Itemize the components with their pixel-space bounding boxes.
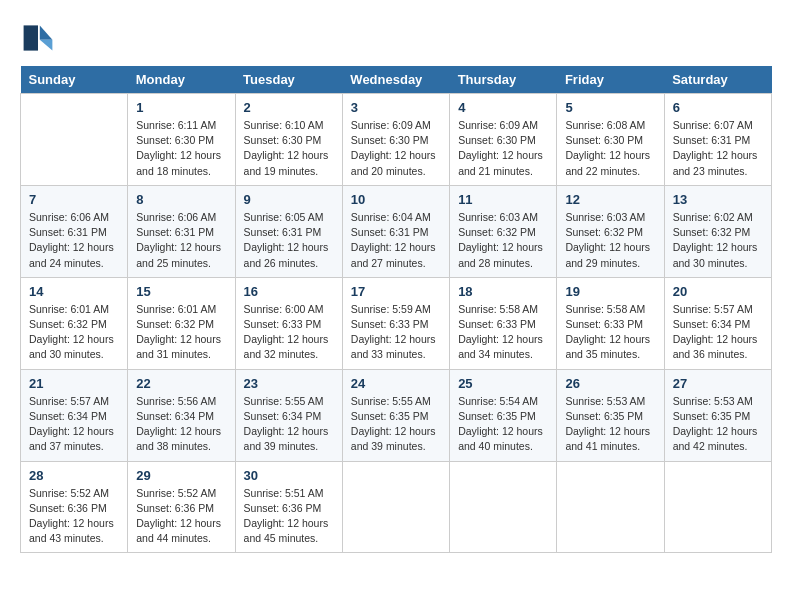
calendar-cell: 16Sunrise: 6:00 AMSunset: 6:33 PMDayligh… [235,277,342,369]
day-number: 5 [565,100,655,115]
day-number: 11 [458,192,548,207]
day-number: 22 [136,376,226,391]
day-number: 24 [351,376,441,391]
day-number: 2 [244,100,334,115]
day-number: 18 [458,284,548,299]
calendar-week-row: 1Sunrise: 6:11 AMSunset: 6:30 PMDaylight… [21,94,772,186]
day-info: Sunrise: 6:01 AMSunset: 6:32 PMDaylight:… [29,302,119,363]
day-info: Sunrise: 6:00 AMSunset: 6:33 PMDaylight:… [244,302,334,363]
day-info: Sunrise: 6:06 AMSunset: 6:31 PMDaylight:… [29,210,119,271]
calendar-cell [21,94,128,186]
header-friday: Friday [557,66,664,94]
calendar-cell: 12Sunrise: 6:03 AMSunset: 6:32 PMDayligh… [557,185,664,277]
day-number: 7 [29,192,119,207]
day-info: Sunrise: 6:03 AMSunset: 6:32 PMDaylight:… [565,210,655,271]
day-number: 10 [351,192,441,207]
day-number: 20 [673,284,763,299]
day-info: Sunrise: 5:53 AMSunset: 6:35 PMDaylight:… [565,394,655,455]
day-info: Sunrise: 6:09 AMSunset: 6:30 PMDaylight:… [351,118,441,179]
calendar-cell: 7Sunrise: 6:06 AMSunset: 6:31 PMDaylight… [21,185,128,277]
calendar-table: SundayMondayTuesdayWednesdayThursdayFrid… [20,66,772,553]
day-info: Sunrise: 5:58 AMSunset: 6:33 PMDaylight:… [458,302,548,363]
day-number: 27 [673,376,763,391]
logo-icon [20,20,56,56]
calendar-cell: 26Sunrise: 5:53 AMSunset: 6:35 PMDayligh… [557,369,664,461]
day-info: Sunrise: 6:01 AMSunset: 6:32 PMDaylight:… [136,302,226,363]
day-info: Sunrise: 5:52 AMSunset: 6:36 PMDaylight:… [136,486,226,547]
day-info: Sunrise: 5:55 AMSunset: 6:34 PMDaylight:… [244,394,334,455]
calendar-cell: 3Sunrise: 6:09 AMSunset: 6:30 PMDaylight… [342,94,449,186]
calendar-cell: 21Sunrise: 5:57 AMSunset: 6:34 PMDayligh… [21,369,128,461]
day-info: Sunrise: 5:58 AMSunset: 6:33 PMDaylight:… [565,302,655,363]
day-info: Sunrise: 5:59 AMSunset: 6:33 PMDaylight:… [351,302,441,363]
header-sunday: Sunday [21,66,128,94]
page-header [20,20,772,56]
header-saturday: Saturday [664,66,771,94]
calendar-cell: 14Sunrise: 6:01 AMSunset: 6:32 PMDayligh… [21,277,128,369]
header-thursday: Thursday [450,66,557,94]
day-info: Sunrise: 5:53 AMSunset: 6:35 PMDaylight:… [673,394,763,455]
day-number: 9 [244,192,334,207]
day-number: 1 [136,100,226,115]
calendar-cell: 1Sunrise: 6:11 AMSunset: 6:30 PMDaylight… [128,94,235,186]
calendar-cell: 19Sunrise: 5:58 AMSunset: 6:33 PMDayligh… [557,277,664,369]
day-number: 13 [673,192,763,207]
day-info: Sunrise: 6:07 AMSunset: 6:31 PMDaylight:… [673,118,763,179]
calendar-cell: 15Sunrise: 6:01 AMSunset: 6:32 PMDayligh… [128,277,235,369]
calendar-cell: 6Sunrise: 6:07 AMSunset: 6:31 PMDaylight… [664,94,771,186]
day-info: Sunrise: 6:05 AMSunset: 6:31 PMDaylight:… [244,210,334,271]
calendar-cell: 13Sunrise: 6:02 AMSunset: 6:32 PMDayligh… [664,185,771,277]
calendar-cell: 10Sunrise: 6:04 AMSunset: 6:31 PMDayligh… [342,185,449,277]
header-wednesday: Wednesday [342,66,449,94]
calendar-cell: 23Sunrise: 5:55 AMSunset: 6:34 PMDayligh… [235,369,342,461]
day-number: 30 [244,468,334,483]
day-number: 4 [458,100,548,115]
day-info: Sunrise: 5:57 AMSunset: 6:34 PMDaylight:… [29,394,119,455]
calendar-cell: 22Sunrise: 5:56 AMSunset: 6:34 PMDayligh… [128,369,235,461]
calendar-week-row: 21Sunrise: 5:57 AMSunset: 6:34 PMDayligh… [21,369,772,461]
calendar-cell: 4Sunrise: 6:09 AMSunset: 6:30 PMDaylight… [450,94,557,186]
day-number: 6 [673,100,763,115]
day-number: 8 [136,192,226,207]
calendar-cell: 18Sunrise: 5:58 AMSunset: 6:33 PMDayligh… [450,277,557,369]
day-info: Sunrise: 6:09 AMSunset: 6:30 PMDaylight:… [458,118,548,179]
calendar-cell: 11Sunrise: 6:03 AMSunset: 6:32 PMDayligh… [450,185,557,277]
calendar-cell: 9Sunrise: 6:05 AMSunset: 6:31 PMDaylight… [235,185,342,277]
day-info: Sunrise: 5:51 AMSunset: 6:36 PMDaylight:… [244,486,334,547]
logo [20,20,60,56]
day-number: 25 [458,376,548,391]
calendar-cell: 30Sunrise: 5:51 AMSunset: 6:36 PMDayligh… [235,461,342,553]
day-number: 14 [29,284,119,299]
day-info: Sunrise: 5:57 AMSunset: 6:34 PMDaylight:… [673,302,763,363]
calendar-cell [342,461,449,553]
day-info: Sunrise: 6:02 AMSunset: 6:32 PMDaylight:… [673,210,763,271]
day-info: Sunrise: 5:56 AMSunset: 6:34 PMDaylight:… [136,394,226,455]
day-info: Sunrise: 5:55 AMSunset: 6:35 PMDaylight:… [351,394,441,455]
calendar-cell: 5Sunrise: 6:08 AMSunset: 6:30 PMDaylight… [557,94,664,186]
calendar-header-row: SundayMondayTuesdayWednesdayThursdayFrid… [21,66,772,94]
day-number: 29 [136,468,226,483]
day-number: 12 [565,192,655,207]
day-info: Sunrise: 6:10 AMSunset: 6:30 PMDaylight:… [244,118,334,179]
day-info: Sunrise: 5:54 AMSunset: 6:35 PMDaylight:… [458,394,548,455]
day-info: Sunrise: 6:03 AMSunset: 6:32 PMDaylight:… [458,210,548,271]
calendar-cell: 2Sunrise: 6:10 AMSunset: 6:30 PMDaylight… [235,94,342,186]
day-number: 17 [351,284,441,299]
day-info: Sunrise: 6:08 AMSunset: 6:30 PMDaylight:… [565,118,655,179]
day-info: Sunrise: 5:52 AMSunset: 6:36 PMDaylight:… [29,486,119,547]
day-number: 16 [244,284,334,299]
day-number: 26 [565,376,655,391]
calendar-week-row: 7Sunrise: 6:06 AMSunset: 6:31 PMDaylight… [21,185,772,277]
calendar-cell: 29Sunrise: 5:52 AMSunset: 6:36 PMDayligh… [128,461,235,553]
day-number: 3 [351,100,441,115]
calendar-cell [664,461,771,553]
calendar-cell: 25Sunrise: 5:54 AMSunset: 6:35 PMDayligh… [450,369,557,461]
calendar-week-row: 14Sunrise: 6:01 AMSunset: 6:32 PMDayligh… [21,277,772,369]
day-info: Sunrise: 6:11 AMSunset: 6:30 PMDaylight:… [136,118,226,179]
calendar-cell: 20Sunrise: 5:57 AMSunset: 6:34 PMDayligh… [664,277,771,369]
header-tuesday: Tuesday [235,66,342,94]
day-number: 21 [29,376,119,391]
day-info: Sunrise: 6:06 AMSunset: 6:31 PMDaylight:… [136,210,226,271]
calendar-cell: 8Sunrise: 6:06 AMSunset: 6:31 PMDaylight… [128,185,235,277]
calendar-cell: 28Sunrise: 5:52 AMSunset: 6:36 PMDayligh… [21,461,128,553]
